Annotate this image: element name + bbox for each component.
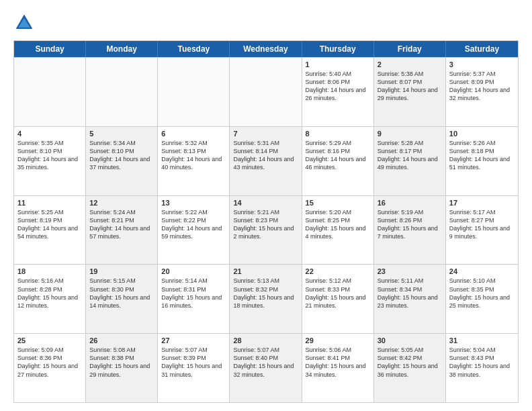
day-number: 13 (161, 199, 226, 207)
day-number: 31 (449, 336, 515, 345)
cell-info: Sunrise: 5:22 AM Sunset: 8:22 PM Dayligh… (161, 208, 226, 241)
cell-info: Sunrise: 5:07 AM Sunset: 8:39 PM Dayligh… (161, 346, 226, 379)
day-number: 20 (161, 267, 226, 275)
calendar-cell: 4Sunrise: 5:35 AM Sunset: 8:10 PM Daylig… (14, 127, 86, 195)
day-number: 12 (89, 199, 154, 207)
calendar-cell: 28Sunrise: 5:07 AM Sunset: 8:40 PM Dayli… (230, 334, 302, 402)
day-number: 7 (233, 130, 298, 138)
calendar-cell: 8Sunrise: 5:29 AM Sunset: 8:16 PM Daylig… (302, 127, 374, 195)
calendar-cell: 12Sunrise: 5:24 AM Sunset: 8:21 PM Dayli… (86, 196, 158, 265)
cell-info: Sunrise: 5:35 AM Sunset: 8:10 PM Dayligh… (17, 139, 82, 172)
cell-info: Sunrise: 5:15 AM Sunset: 8:30 PM Dayligh… (89, 277, 154, 310)
calendar-cell: 19Sunrise: 5:15 AM Sunset: 8:30 PM Dayli… (86, 265, 158, 333)
day-number: 14 (233, 199, 298, 207)
cell-info: Sunrise: 5:07 AM Sunset: 8:40 PM Dayligh… (233, 346, 298, 379)
day-number: 24 (449, 267, 515, 275)
day-number: 15 (306, 199, 370, 207)
calendar-cell: 7Sunrise: 5:31 AM Sunset: 8:14 PM Daylig… (230, 127, 302, 195)
cell-info: Sunrise: 5:10 AM Sunset: 8:35 PM Dayligh… (449, 277, 515, 310)
day-number: 21 (233, 267, 298, 275)
calendar-cell: 11Sunrise: 5:25 AM Sunset: 8:19 PM Dayli… (14, 196, 86, 265)
cell-info: Sunrise: 5:12 AM Sunset: 8:33 PM Dayligh… (306, 277, 370, 310)
calendar-cell: 10Sunrise: 5:26 AM Sunset: 8:18 PM Dayli… (446, 127, 518, 195)
cell-info: Sunrise: 5:11 AM Sunset: 8:34 PM Dayligh… (378, 277, 442, 310)
calendar-body: 1Sunrise: 5:40 AM Sunset: 8:06 PM Daylig… (14, 57, 518, 402)
calendar-header-row: SundayMondayTuesdayWednesdayThursdayFrid… (14, 41, 518, 57)
page: SundayMondayTuesdayWednesdayThursdayFrid… (0, 0, 532, 411)
calendar-cell: 29Sunrise: 5:06 AM Sunset: 8:41 PM Dayli… (302, 334, 374, 402)
day-number: 16 (378, 199, 442, 207)
cell-info: Sunrise: 5:32 AM Sunset: 8:13 PM Dayligh… (161, 139, 226, 172)
calendar-cell: 5Sunrise: 5:34 AM Sunset: 8:10 PM Daylig… (86, 127, 158, 195)
day-number: 28 (233, 336, 298, 345)
cell-info: Sunrise: 5:21 AM Sunset: 8:23 PM Dayligh… (233, 208, 298, 241)
cell-info: Sunrise: 5:09 AM Sunset: 8:36 PM Dayligh… (17, 346, 82, 379)
cell-info: Sunrise: 5:16 AM Sunset: 8:28 PM Dayligh… (17, 277, 82, 310)
header (13, 12, 519, 34)
calendar-header-cell: Saturday (446, 41, 518, 57)
day-number: 5 (89, 130, 154, 138)
cell-info: Sunrise: 5:14 AM Sunset: 8:31 PM Dayligh… (161, 277, 226, 310)
day-number: 1 (306, 60, 370, 68)
calendar-week-row: 18Sunrise: 5:16 AM Sunset: 8:28 PM Dayli… (14, 264, 518, 333)
cell-info: Sunrise: 5:31 AM Sunset: 8:14 PM Dayligh… (233, 139, 298, 172)
day-number: 11 (17, 199, 82, 207)
calendar-week-row: 25Sunrise: 5:09 AM Sunset: 8:36 PM Dayli… (14, 333, 518, 402)
calendar-cell (230, 58, 302, 126)
calendar-cell: 3Sunrise: 5:37 AM Sunset: 8:09 PM Daylig… (446, 58, 518, 126)
day-number: 3 (449, 60, 515, 68)
cell-info: Sunrise: 5:25 AM Sunset: 8:19 PM Dayligh… (17, 208, 82, 241)
cell-info: Sunrise: 5:13 AM Sunset: 8:32 PM Dayligh… (233, 277, 298, 310)
calendar-cell: 20Sunrise: 5:14 AM Sunset: 8:31 PM Dayli… (158, 265, 230, 333)
cell-info: Sunrise: 5:06 AM Sunset: 8:41 PM Dayligh… (306, 346, 370, 379)
calendar-cell: 18Sunrise: 5:16 AM Sunset: 8:28 PM Dayli… (14, 265, 86, 333)
day-number: 23 (378, 267, 442, 275)
calendar-cell: 22Sunrise: 5:12 AM Sunset: 8:33 PM Dayli… (302, 265, 374, 333)
calendar-week-row: 1Sunrise: 5:40 AM Sunset: 8:06 PM Daylig… (14, 57, 518, 126)
day-number: 25 (17, 336, 82, 345)
calendar-cell: 16Sunrise: 5:19 AM Sunset: 8:26 PM Dayli… (374, 196, 446, 265)
logo-icon (13, 12, 35, 34)
cell-info: Sunrise: 5:24 AM Sunset: 8:21 PM Dayligh… (89, 208, 154, 241)
calendar-header-cell: Tuesday (158, 41, 230, 57)
day-number: 19 (89, 267, 154, 275)
calendar-cell: 1Sunrise: 5:40 AM Sunset: 8:06 PM Daylig… (302, 58, 374, 126)
cell-info: Sunrise: 5:38 AM Sunset: 8:07 PM Dayligh… (378, 70, 442, 103)
calendar-cell (14, 58, 86, 126)
calendar-header-cell: Friday (374, 41, 446, 57)
calendar-cell: 2Sunrise: 5:38 AM Sunset: 8:07 PM Daylig… (374, 58, 446, 126)
day-number: 26 (89, 336, 154, 345)
cell-info: Sunrise: 5:17 AM Sunset: 8:27 PM Dayligh… (449, 208, 515, 241)
cell-info: Sunrise: 5:08 AM Sunset: 8:38 PM Dayligh… (89, 346, 154, 379)
calendar-week-row: 11Sunrise: 5:25 AM Sunset: 8:19 PM Dayli… (14, 195, 518, 265)
calendar: SundayMondayTuesdayWednesdayThursdayFrid… (13, 40, 519, 403)
calendar-cell: 6Sunrise: 5:32 AM Sunset: 8:13 PM Daylig… (158, 127, 230, 195)
calendar-cell (158, 58, 230, 126)
cell-info: Sunrise: 5:26 AM Sunset: 8:18 PM Dayligh… (449, 139, 515, 172)
cell-info: Sunrise: 5:40 AM Sunset: 8:06 PM Dayligh… (306, 70, 370, 103)
day-number: 9 (378, 130, 442, 138)
cell-info: Sunrise: 5:37 AM Sunset: 8:09 PM Dayligh… (449, 70, 515, 103)
calendar-header-cell: Thursday (302, 41, 374, 57)
cell-info: Sunrise: 5:05 AM Sunset: 8:42 PM Dayligh… (378, 346, 442, 379)
day-number: 22 (306, 267, 370, 275)
calendar-cell: 24Sunrise: 5:10 AM Sunset: 8:35 PM Dayli… (446, 265, 518, 333)
calendar-header-cell: Wednesday (230, 41, 302, 57)
calendar-cell: 15Sunrise: 5:20 AM Sunset: 8:25 PM Dayli… (302, 196, 374, 265)
calendar-cell: 27Sunrise: 5:07 AM Sunset: 8:39 PM Dayli… (158, 334, 230, 402)
day-number: 10 (449, 130, 515, 138)
calendar-cell: 13Sunrise: 5:22 AM Sunset: 8:22 PM Dayli… (158, 196, 230, 265)
cell-info: Sunrise: 5:34 AM Sunset: 8:10 PM Dayligh… (89, 139, 154, 172)
day-number: 8 (306, 130, 370, 138)
day-number: 4 (17, 130, 82, 138)
calendar-cell (86, 58, 158, 126)
day-number: 27 (161, 336, 226, 345)
calendar-cell: 14Sunrise: 5:21 AM Sunset: 8:23 PM Dayli… (230, 196, 302, 265)
calendar-cell: 17Sunrise: 5:17 AM Sunset: 8:27 PM Dayli… (446, 196, 518, 265)
calendar-header-cell: Monday (86, 41, 158, 57)
calendar-cell: 30Sunrise: 5:05 AM Sunset: 8:42 PM Dayli… (374, 334, 446, 402)
calendar-cell: 9Sunrise: 5:28 AM Sunset: 8:17 PM Daylig… (374, 127, 446, 195)
calendar-cell: 23Sunrise: 5:11 AM Sunset: 8:34 PM Dayli… (374, 265, 446, 333)
calendar-week-row: 4Sunrise: 5:35 AM Sunset: 8:10 PM Daylig… (14, 126, 518, 195)
cell-info: Sunrise: 5:19 AM Sunset: 8:26 PM Dayligh… (378, 208, 442, 241)
